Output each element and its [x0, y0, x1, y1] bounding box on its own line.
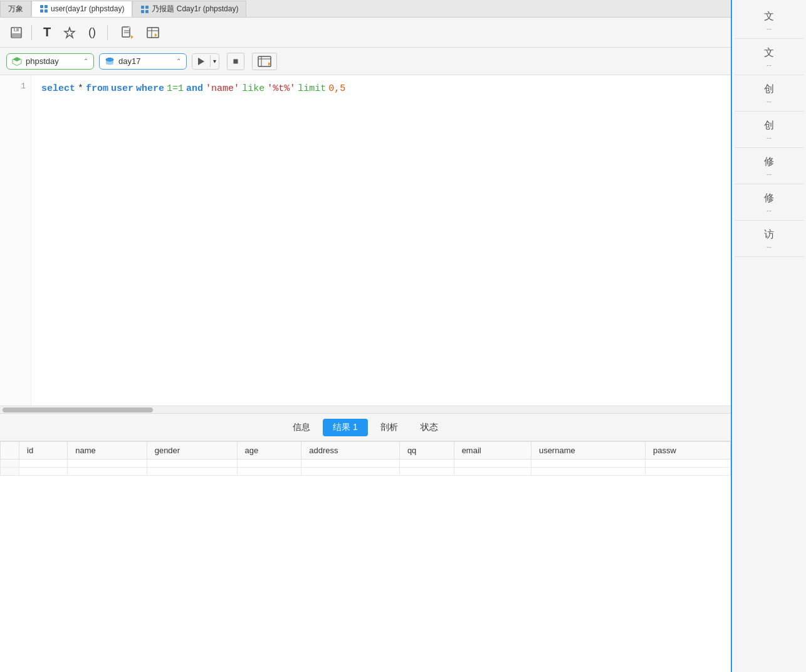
line-number-1: 1 [21, 81, 26, 91]
row-num-1 [1, 459, 19, 468]
grid-icon [39, 4, 48, 13]
table-header-rownum [1, 442, 19, 459]
tab-label: 乃报题 Cday1r (phpstday) [152, 4, 238, 14]
grid-icon-2 [140, 5, 149, 14]
right-sidebar: 文 -- 文 -- 创 -- 创 -- 修 -- 修 -- 访 -- [731, 0, 806, 672]
paren-icon: () [88, 26, 96, 39]
cell-1-passw [645, 459, 730, 468]
tab-status[interactable]: 状态 [411, 419, 448, 436]
svg-rect-11 [15, 28, 16, 31]
file-icon [120, 26, 133, 39]
sql-pattern: '%t%' [267, 81, 295, 97]
stop-button[interactable] [227, 53, 244, 70]
explain-button[interactable] [252, 53, 277, 70]
sidebar-cn-2: 文 [764, 46, 774, 60]
magic-icon [63, 26, 76, 39]
svg-rect-2 [40, 9, 43, 13]
svg-rect-14 [128, 27, 130, 29]
horizontal-scrollbar[interactable] [0, 406, 731, 413]
sql-editor-container: 1 select * from user where 1=1 and 'name… [0, 75, 731, 414]
table-header-username[interactable]: username [531, 442, 645, 459]
tab-label: user(day1r (phpstday) [51, 4, 124, 13]
sidebar-dash-1: -- [767, 24, 772, 33]
run-button[interactable] [192, 54, 210, 69]
sql-limit: limit [298, 81, 326, 97]
sql-from: from [86, 81, 108, 97]
schema-name: day17 [118, 56, 140, 66]
sidebar-cn-3: 创 [764, 83, 774, 96]
cell-2-username [531, 468, 645, 476]
tab-report[interactable]: 乃报题 Cday1r (phpstday) [132, 1, 246, 17]
table-header-passw[interactable]: passw [645, 442, 730, 459]
table-row [1, 459, 731, 468]
sql-select: select [41, 81, 75, 97]
table-header-qq[interactable]: qq [399, 442, 454, 459]
tab-result1[interactable]: 结果 1 [323, 419, 368, 436]
sql-where: where [136, 81, 164, 97]
code-area[interactable]: select * from user where 1=1 and 'name' … [31, 75, 731, 406]
bottom-tabs: 信息 结果 1 剖析 状态 [0, 414, 731, 441]
scrollbar-thumb[interactable] [3, 407, 153, 412]
cell-1-qq [399, 459, 454, 468]
magic-button[interactable] [60, 23, 80, 43]
save-button[interactable] [6, 23, 26, 43]
svg-rect-6 [141, 10, 144, 13]
cell-1-email [454, 459, 531, 468]
text-format-button[interactable]: T [37, 23, 57, 43]
sql-editor[interactable]: 1 select * from user where 1=1 and 'name… [0, 75, 731, 406]
cell-2-name [68, 468, 147, 476]
content-area: 万象 user(day1r (phpstday) 乃报题 Cda [0, 0, 731, 672]
svg-rect-3 [44, 9, 48, 13]
sidebar-item-4[interactable]: 创 -- [735, 114, 803, 148]
sql-table: user [111, 81, 133, 97]
table-header-address[interactable]: address [301, 442, 400, 459]
sql-col: 'name' [206, 81, 239, 97]
results-table: id name gender age address qq email user… [0, 441, 731, 476]
run-dropdown-button[interactable]: ▾ [210, 55, 219, 67]
svg-rect-7 [145, 10, 149, 13]
run-icon [196, 56, 206, 66]
table-header-email[interactable]: email [454, 442, 531, 459]
sidebar-item-5[interactable]: 修 -- [735, 150, 803, 184]
sidebar-item-7[interactable]: 访 -- [735, 223, 803, 257]
svg-marker-12 [65, 28, 75, 38]
schema-dropdown-arrow: ⌃ [176, 58, 181, 65]
sidebar-cn-7: 访 [764, 228, 774, 241]
stop-icon [233, 57, 239, 66]
tab-user[interactable]: user(day1r (phpstday) [31, 1, 132, 17]
svg-marker-17 [131, 35, 133, 39]
paren-button[interactable]: () [82, 23, 102, 43]
cell-1-age [237, 459, 301, 468]
sidebar-item-6[interactable]: 修 -- [735, 187, 803, 221]
sidebar-dash-3: -- [767, 97, 772, 106]
cell-1-username [531, 459, 645, 468]
table-header-id[interactable]: id [19, 442, 68, 459]
svg-marker-22 [13, 57, 21, 61]
tab-wanxiang[interactable]: 万象 [0, 1, 31, 17]
sidebar-cn-5: 修 [764, 155, 774, 169]
table-button[interactable] [143, 23, 163, 43]
file-button[interactable] [113, 23, 140, 43]
svg-marker-25 [198, 58, 204, 65]
cell-1-name [68, 459, 147, 468]
sidebar-dash-4: -- [767, 134, 772, 142]
sql-nums: 0,5 [328, 81, 345, 97]
svg-rect-1 [44, 5, 48, 8]
cell-1-gender [147, 459, 237, 468]
table-icon [146, 26, 160, 39]
sql-and: and [186, 81, 203, 97]
db-selector[interactable]: phpstday ⌃ [6, 53, 94, 70]
sidebar-item-2[interactable]: 文 -- [735, 41, 803, 75]
run-btn-group[interactable]: ▾ [192, 53, 219, 70]
sidebar-item-3[interactable]: 创 -- [735, 78, 803, 112]
sidebar-item-1[interactable]: 文 -- [735, 5, 803, 39]
table-header-age[interactable]: age [237, 442, 301, 459]
sidebar-dash-2: -- [767, 61, 772, 70]
tab-info[interactable]: 信息 [283, 419, 320, 436]
toolbar-divider-1 [31, 25, 32, 40]
schema-selector[interactable]: day17 ⌃ [99, 53, 187, 70]
table-header-name[interactable]: name [68, 442, 147, 459]
table-header-gender[interactable]: gender [147, 442, 237, 459]
tab-analyze[interactable]: 剖析 [370, 419, 408, 436]
db-name: phpstday [26, 56, 59, 66]
